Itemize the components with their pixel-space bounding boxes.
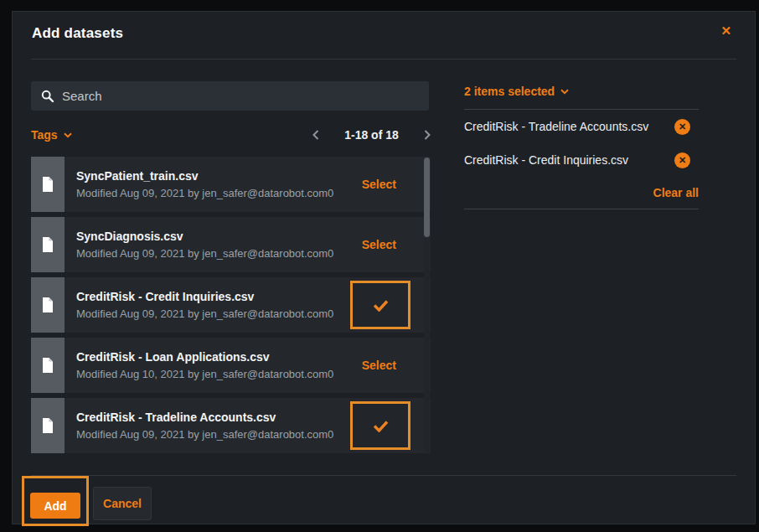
- dataset-meta: Modified Aug 09, 2021 by jen_safer@datar…: [76, 247, 362, 260]
- modal-title: Add datasets: [32, 25, 123, 42]
- dataset-meta: Modified Aug 09, 2021 by jen_safer@datar…: [76, 428, 350, 441]
- cancel-button[interactable]: Cancel: [93, 487, 152, 520]
- file-icon: [31, 277, 65, 333]
- file-icon: [31, 338, 65, 393]
- remove-item-icon[interactable]: ✕: [674, 119, 690, 135]
- search-input[interactable]: [62, 89, 419, 103]
- dataset-row[interactable]: CreditRisk - Tradeline Accounts.csv Modi…: [31, 398, 431, 453]
- tags-dropdown[interactable]: Tags: [31, 128, 72, 142]
- chevron-down-icon: [560, 89, 569, 95]
- selected-item-name: CreditRisk - Tradeline Accounts.csv: [464, 120, 648, 133]
- select-button[interactable]: Select: [362, 238, 396, 251]
- dataset-row[interactable]: SyncPatient_train.csv Modified Aug 09, 2…: [31, 157, 431, 212]
- file-icon: [31, 157, 65, 212]
- selected-count-label: 2 items selected: [464, 85, 555, 98]
- selected-item-name: CreditRisk - Credit Inquiries.csv: [464, 153, 628, 167]
- search-icon: [41, 90, 54, 103]
- page-range: 1-18 of 18: [344, 128, 399, 142]
- dataset-row[interactable]: CreditRisk - Loan Applications.csv Modif…: [31, 338, 431, 393]
- header-divider: [31, 59, 736, 59]
- dataset-meta: Modified Aug 09, 2021 by jen_safer@datar…: [76, 187, 362, 199]
- add-button[interactable]: Add: [30, 493, 80, 519]
- clear-all-button[interactable]: Clear all: [653, 186, 699, 199]
- dataset-meta: Modified Aug 10, 2021 by jen_safer@datar…: [76, 368, 362, 380]
- dataset-name: CreditRisk - Credit Inquiries.csv: [76, 290, 350, 303]
- panel-divider: [464, 209, 699, 209]
- dataset-row[interactable]: SyncDiagnosis.csv Modified Aug 09, 2021 …: [31, 217, 431, 272]
- selected-checkbox[interactable]: [350, 281, 410, 329]
- list-scrollbar[interactable]: [424, 158, 430, 452]
- selected-item: CreditRisk - Tradeline Accounts.csv ✕: [464, 110, 699, 143]
- dataset-name: SyncDiagnosis.csv: [76, 230, 362, 243]
- dataset-meta: Modified Aug 09, 2021 by jen_safer@datar…: [76, 307, 350, 320]
- select-button[interactable]: Select: [362, 359, 396, 372]
- checkmark-icon: [373, 420, 389, 432]
- dataset-list: SyncPatient_train.csv Modified Aug 09, 2…: [31, 157, 431, 458]
- remove-item-icon[interactable]: ✕: [674, 152, 690, 168]
- file-icon: [31, 217, 65, 272]
- pagination: 1-18 of 18: [312, 128, 431, 142]
- selected-item: CreditRisk - Credit Inquiries.csv ✕: [464, 143, 699, 177]
- prev-page-icon[interactable]: [312, 130, 319, 140]
- dataset-name: CreditRisk - Loan Applications.csv: [76, 350, 362, 364]
- chevron-down-icon: [64, 132, 72, 138]
- close-icon[interactable]: ✕: [720, 24, 731, 37]
- dataset-row[interactable]: CreditRisk - Credit Inquiries.csv Modifi…: [31, 277, 431, 333]
- tags-label: Tags: [31, 128, 58, 142]
- dataset-name: CreditRisk - Tradeline Accounts.csv: [76, 411, 350, 424]
- next-page-icon[interactable]: [424, 130, 431, 140]
- selected-count-dropdown[interactable]: 2 items selected: [464, 85, 699, 98]
- checkmark-icon: [373, 299, 389, 312]
- file-icon: [31, 398, 65, 453]
- add-datasets-modal: Add datasets ✕ Tags 1-18 of 18 SyncPa: [12, 11, 756, 524]
- dataset-name: SyncPatient_train.csv: [76, 169, 362, 183]
- search-box[interactable]: [31, 81, 429, 111]
- footer-divider: [31, 475, 736, 476]
- scrollbar-thumb[interactable]: [424, 158, 430, 237]
- select-button[interactable]: Select: [362, 178, 396, 191]
- selected-checkbox[interactable]: [350, 401, 410, 450]
- selected-items-panel: 2 items selected CreditRisk - Tradeline …: [464, 85, 699, 209]
